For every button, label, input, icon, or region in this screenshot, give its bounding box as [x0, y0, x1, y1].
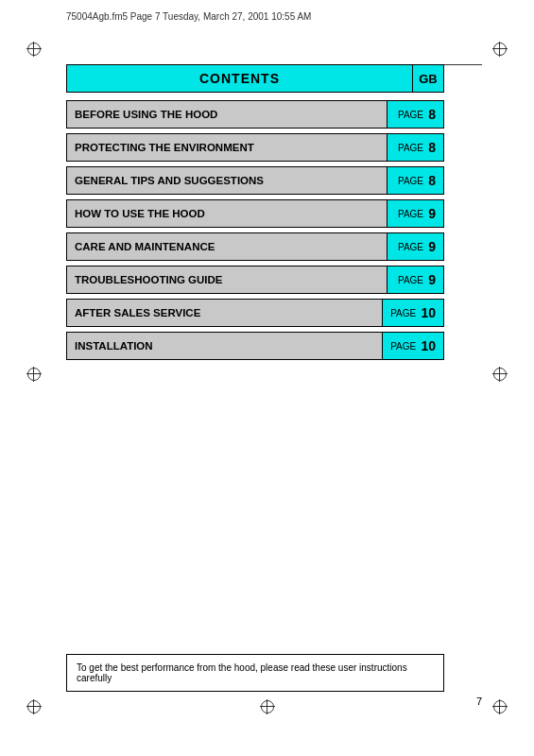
bottom-note: To get the best performance from the hoo…	[66, 654, 444, 692]
toc-page-5: PAGE 9	[387, 266, 443, 293]
toc-page-2: PAGE 8	[387, 167, 443, 194]
main-content: CONTENTS GB BEFORE USING THE HOOD PAGE 8…	[66, 64, 444, 365]
cross-mark-mid-right	[492, 367, 508, 382]
toc-label-0: BEFORE USING THE HOOD	[67, 101, 387, 128]
page-num-3: 9	[428, 206, 436, 221]
cross-mark-top-left	[26, 42, 42, 57]
cross-mark-bottom-mid	[260, 699, 275, 714]
toc-page-4: PAGE 9	[387, 233, 443, 260]
file-info: 75004Agb.fm5 Page 7 Tuesday, March 27, 2…	[66, 11, 311, 22]
contents-title-box: CONTENTS	[66, 64, 412, 93]
toc-row-4: CARE AND MAINTENANCE PAGE 9	[66, 232, 444, 261]
toc-row-5: TROUBLESHOOTING GUIDE PAGE 9	[66, 266, 444, 294]
toc-page-6: PAGE 10	[382, 300, 443, 326]
page-word-5: PAGE	[398, 275, 423, 285]
toc-label-5: TROUBLESHOOTING GUIDE	[67, 266, 387, 293]
toc-label-1: PROTECTING THE ENVIRONMENT	[67, 134, 387, 161]
page-word-7: PAGE	[390, 341, 416, 352]
gb-label: GB	[419, 72, 438, 86]
cross-mark-bottom-left	[26, 699, 42, 714]
page-number: 7	[476, 696, 482, 707]
toc-label-6: AFTER SALES SERVICE	[67, 300, 382, 326]
toc-label-7: INSTALLATION	[67, 333, 382, 359]
toc-label-3: HOW TO USE THE HOOD	[67, 200, 387, 227]
toc-page-0: PAGE 8	[387, 101, 443, 128]
page-word-0: PAGE	[398, 110, 423, 120]
page-num-7: 10	[421, 338, 436, 353]
toc-row-7: INSTALLATION PAGE 10	[66, 332, 444, 360]
page-word-3: PAGE	[398, 209, 423, 219]
page-num-6: 10	[421, 305, 436, 320]
contents-gb-box: GB	[412, 64, 444, 93]
page-word-4: PAGE	[398, 242, 423, 252]
toc-label-4: CARE AND MAINTENANCE	[67, 233, 387, 260]
page-num-4: 9	[428, 239, 436, 254]
page-num-0: 8	[428, 107, 436, 122]
page-num-1: 8	[428, 140, 436, 155]
cross-mark-bottom-right	[492, 699, 508, 714]
page-word-1: PAGE	[398, 143, 423, 153]
toc-row-0: BEFORE USING THE HOOD PAGE 8	[66, 100, 444, 129]
toc-page-3: PAGE 9	[387, 200, 443, 227]
toc-row-2: GENERAL TIPS AND SUGGESTIONS PAGE 8	[66, 166, 444, 195]
cross-mark-mid-left	[26, 367, 42, 382]
toc-row-6: AFTER SALES SERVICE PAGE 10	[66, 299, 444, 327]
page-container: 75004Agb.fm5 Page 7 Tuesday, March 27, 2…	[0, 0, 534, 756]
toc-page-7: PAGE 10	[382, 333, 443, 359]
toc-row-3: HOW TO USE THE HOOD PAGE 9	[66, 199, 444, 228]
page-num-2: 8	[428, 173, 436, 188]
page-word-6: PAGE	[390, 308, 416, 318]
toc-page-1: PAGE 8	[387, 134, 443, 161]
contents-header: CONTENTS GB	[66, 64, 444, 93]
toc-label-2: GENERAL TIPS AND SUGGESTIONS	[67, 167, 387, 194]
page-word-2: PAGE	[398, 176, 423, 186]
toc-row-1: PROTECTING THE ENVIRONMENT PAGE 8	[66, 133, 444, 162]
cross-mark-top-right	[492, 42, 508, 57]
contents-title: CONTENTS	[199, 71, 280, 86]
page-num-5: 9	[428, 272, 436, 287]
